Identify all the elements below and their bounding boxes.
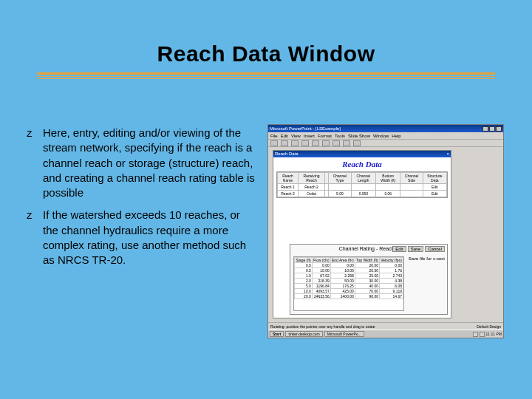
reach-data-window: Reach Data × Reach Data Reach Name Recei… <box>273 150 451 318</box>
menubar[interactable]: File Edit View Insert Format Tools Slide… <box>268 132 503 140</box>
toolbar-button[interactable] <box>332 140 340 146</box>
col-header: Receiving Reach <box>298 173 324 184</box>
toolbar-button[interactable] <box>353 140 361 146</box>
channel-rating-panel: Channel Rating - Reach 2 Edit Save Cance… <box>290 244 448 315</box>
col-header: Bottom Width (ft) <box>376 173 400 184</box>
title-wrap: Reach Data Window <box>0 41 532 81</box>
bullet-icon: z <box>27 126 37 200</box>
bullet-text: Here, entry, editing and/or viewing of t… <box>43 126 256 200</box>
cancel-button[interactable]: Cancel <box>425 246 445 252</box>
menu-item[interactable]: View <box>291 134 301 138</box>
toolbar-button[interactable] <box>291 140 299 146</box>
inner-titlebar: Reach Data × <box>273 151 451 157</box>
app-title: Microsoft PowerPoint - [LSExample] <box>270 126 341 131</box>
reach-grid[interactable]: Reach Name Receiving Reach Channel Type … <box>276 171 448 198</box>
title-underline <box>37 72 495 79</box>
embedded-screenshot: Microsoft PowerPoint - [LSExample] File … <box>267 124 504 338</box>
toolbar-button[interactable] <box>312 140 319 146</box>
tray-icon[interactable] <box>473 332 478 337</box>
app-titlebar: Microsoft PowerPoint - [LSExample] <box>268 125 503 132</box>
menu-item[interactable]: Slide Show <box>348 134 370 138</box>
menu-item[interactable]: File <box>270 134 278 138</box>
start-button[interactable]: Start <box>270 331 284 337</box>
taskbar-task[interactable]: tinker-desktop.com <box>285 331 322 337</box>
bullet-item: z If the watershed exceeds 10 reaches, o… <box>27 208 256 267</box>
table-row: Reach 1 Reach 2 Edit <box>278 184 447 191</box>
menu-item[interactable]: Format <box>318 134 332 138</box>
statusbar: Rotating: position the pointer over any … <box>268 322 503 330</box>
toolbar-button[interactable] <box>301 140 309 146</box>
col-header: Channel Type <box>329 173 352 184</box>
menu-item[interactable]: Insert <box>304 134 315 138</box>
rating-table[interactable]: Stage (ft)Flow (cfs)End Area (ft²)Top Wi… <box>293 256 404 311</box>
toolbar-button[interactable] <box>270 140 278 146</box>
status-text: Rotating: position the pointer over any … <box>270 324 375 329</box>
bullet-list: z Here, entry, editing and/or viewing of… <box>27 126 256 275</box>
taskbar-task[interactable]: Microsoft PowerPo... <box>324 331 364 337</box>
edit-button[interactable]: Edit <box>392 246 406 252</box>
slide-title: Reach Data Window <box>0 41 532 66</box>
bullet-icon: z <box>27 208 37 267</box>
table-row: Reach 2 Outlet 5.00 0.050 0.06 Edit <box>278 191 447 197</box>
col-header: Channel Side <box>400 173 423 184</box>
col-header: Reach Name <box>278 173 299 184</box>
window-buttons <box>482 126 502 132</box>
bullet-text: If the watershed exceeds 10 reaches, or … <box>43 208 256 267</box>
maximize-icon[interactable] <box>489 126 495 132</box>
table-header-row: Reach Name Receiving Reach Channel Type … <box>278 173 447 184</box>
toolbar-button[interactable] <box>322 140 330 146</box>
toolbar <box>268 140 503 147</box>
menu-item[interactable]: Tools <box>335 134 345 138</box>
taskbar: Start tinker-desktop.com Microsoft Power… <box>268 330 503 338</box>
col-header: Channel Length <box>351 173 375 184</box>
panel-heading: Reach Data <box>273 157 451 170</box>
status-right: Default Design <box>477 324 501 329</box>
save-button[interactable]: Save <box>408 246 424 252</box>
save-xsect-button[interactable]: Save file for x-sect <box>409 256 445 261</box>
menu-item[interactable]: Window <box>373 134 389 138</box>
clock: 11:11 PM <box>486 332 502 337</box>
toolbar-button[interactable] <box>343 140 350 146</box>
panel-buttons: Edit Save Cancel <box>392 246 445 252</box>
menu-item[interactable]: Help <box>392 134 400 138</box>
minimize-icon[interactable] <box>482 126 488 132</box>
close-icon[interactable] <box>496 126 502 132</box>
tray-icon[interactable] <box>480 332 485 337</box>
toolbar-button[interactable] <box>281 140 288 146</box>
system-tray: 11:11 PM <box>473 332 502 337</box>
bullet-item: z Here, entry, editing and/or viewing of… <box>27 126 256 200</box>
menu-item[interactable]: Edit <box>281 134 288 138</box>
col-header: Structure Data <box>423 173 446 184</box>
inner-title-text: Reach Data <box>275 151 299 157</box>
inner-close-icon[interactable]: × <box>446 151 449 157</box>
slide: Reach Data Window z Here, entry, editing… <box>0 0 532 399</box>
